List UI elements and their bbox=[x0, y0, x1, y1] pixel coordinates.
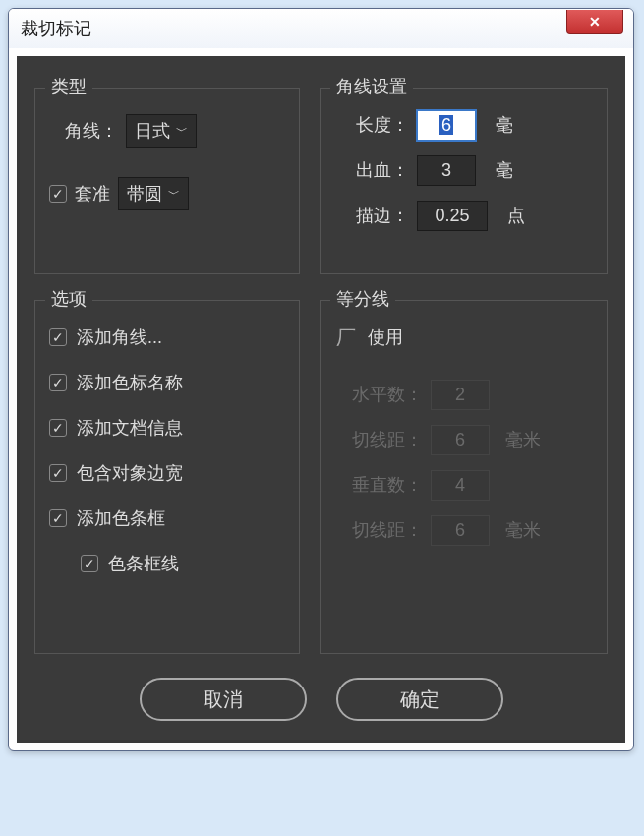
panel-corner-settings-legend: 角线设置 bbox=[330, 75, 413, 98]
chevron-down-icon: ﹀ bbox=[176, 123, 188, 140]
hcount-label: 水平数： bbox=[334, 383, 423, 406]
close-icon: ✕ bbox=[589, 14, 601, 30]
cancel-button-label: 取消 bbox=[204, 687, 243, 713]
cancel-button[interactable]: 取消 bbox=[140, 678, 307, 721]
stroke-unit: 点 bbox=[507, 204, 525, 227]
vcount-input: 4 bbox=[431, 470, 490, 501]
hcut-label: 切线距： bbox=[334, 428, 423, 451]
window-title: 裁切标记 bbox=[21, 17, 91, 40]
hcut-input: 6 bbox=[431, 425, 490, 455]
panel-divisions-legend: 等分线 bbox=[330, 287, 395, 311]
stroke-input[interactable]: 0.25 bbox=[417, 201, 488, 231]
opt-doc-info-label: 添加文档信息 bbox=[77, 416, 183, 440]
hcount-input: 2 bbox=[431, 380, 490, 410]
opt-color-bars-label: 添加色条框 bbox=[77, 507, 165, 530]
ok-button[interactable]: 确定 bbox=[336, 678, 503, 721]
chevron-down-icon: ﹀ bbox=[168, 186, 180, 203]
register-dropdown[interactable]: 带圆 ﹀ bbox=[118, 177, 189, 210]
vcut-unit: 毫米 bbox=[505, 518, 541, 542]
length-unit: 毫 bbox=[496, 113, 513, 137]
vcut-label: 切线距： bbox=[334, 518, 423, 542]
vcut-input: 6 bbox=[431, 515, 490, 546]
panel-type: 类型 角线： 日式 ﹀ 套准 带圆 ﹀ bbox=[34, 88, 300, 274]
opt-color-bar-lines-checkbox[interactable] bbox=[81, 555, 98, 572]
bleed-unit: 毫 bbox=[496, 158, 513, 182]
opt-swatch-names-label: 添加色标名称 bbox=[77, 371, 183, 394]
opt-add-corner-label: 添加角线... bbox=[77, 326, 162, 349]
length-label: 长度： bbox=[334, 113, 409, 137]
panel-type-legend: 类型 bbox=[45, 75, 92, 98]
hcut-unit: 毫米 bbox=[505, 428, 541, 451]
ok-button-label: 确定 bbox=[400, 687, 439, 713]
button-row: 取消 确定 bbox=[34, 678, 608, 721]
bleed-label: 出血： bbox=[334, 158, 409, 182]
register-dropdown-value: 带圆 bbox=[127, 182, 162, 206]
stroke-label: 描边： bbox=[334, 204, 409, 227]
length-input[interactable]: 6 bbox=[417, 110, 476, 141]
register-checkbox[interactable] bbox=[49, 185, 67, 203]
corner-dropdown[interactable]: 日式 ﹀ bbox=[126, 114, 197, 148]
opt-include-bounds-checkbox[interactable] bbox=[49, 464, 67, 482]
panel-corner-settings: 角线设置 长度： 6 毫 出血： 3 毫 描边： 0.25 点 bbox=[320, 88, 608, 274]
corner-label: 角线： bbox=[49, 119, 118, 143]
dialog-body: 类型 角线： 日式 ﹀ 套准 带圆 ﹀ bbox=[17, 56, 625, 743]
panel-divisions: 等分线 厂 使用 水平数： 2 切线距： 6 毫米 垂直数： 4 bbox=[320, 300, 608, 654]
use-checkbox[interactable]: 厂 bbox=[334, 325, 358, 351]
panel-options: 选项 添加角线... 添加色标名称 添加文档信息 包含对象边宽 bbox=[34, 300, 300, 654]
titlebar[interactable]: 裁切标记 ✕ bbox=[9, 9, 633, 48]
dialog-window: 裁切标记 ✕ 类型 角线： 日式 ﹀ 套准 bbox=[8, 8, 634, 751]
bleed-input[interactable]: 3 bbox=[417, 155, 476, 186]
opt-color-bars-checkbox[interactable] bbox=[49, 509, 67, 527]
close-button[interactable]: ✕ bbox=[566, 10, 623, 34]
opt-add-corner-checkbox[interactable] bbox=[49, 328, 67, 346]
opt-doc-info-checkbox[interactable] bbox=[49, 419, 67, 437]
use-label: 使用 bbox=[368, 326, 403, 349]
opt-color-bar-lines-label: 色条框线 bbox=[108, 552, 179, 575]
panel-options-legend: 选项 bbox=[45, 287, 92, 311]
corner-dropdown-value: 日式 bbox=[135, 119, 170, 143]
opt-include-bounds-label: 包含对象边宽 bbox=[77, 461, 183, 485]
register-label: 套准 bbox=[75, 182, 110, 206]
opt-swatch-names-checkbox[interactable] bbox=[49, 374, 67, 391]
vcount-label: 垂直数： bbox=[334, 473, 423, 497]
